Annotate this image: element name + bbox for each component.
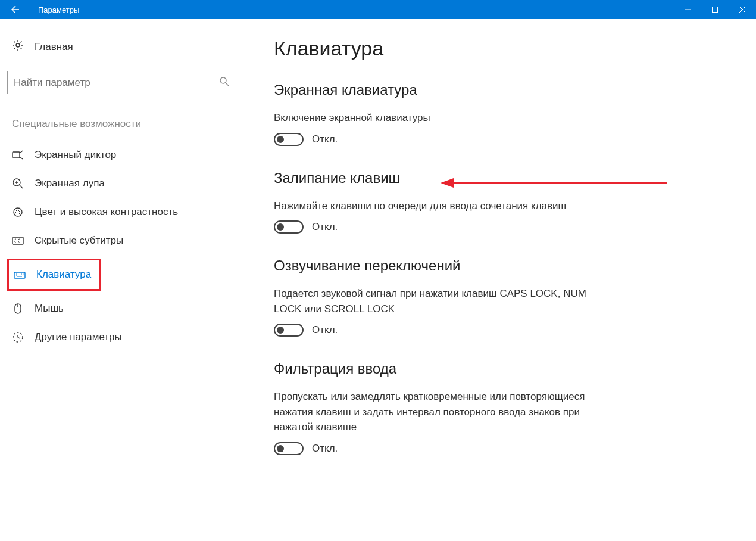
- sidebar-item-captions[interactable]: Скрытые субтитры: [7, 226, 244, 255]
- toggle-state-label: Откл.: [312, 443, 338, 455]
- titlebar: Параметры: [0, 0, 756, 19]
- toggle-filter-keys[interactable]: [274, 442, 304, 455]
- svg-rect-7: [14, 272, 25, 278]
- section-heading: Экранная клавиатура: [274, 82, 756, 98]
- contrast-icon: [12, 206, 24, 218]
- section-heading: Фильтрация ввода: [274, 360, 756, 377]
- sidebar: Главная Специальные возможности Экранный…: [0, 19, 244, 541]
- gear-icon: [12, 39, 24, 54]
- sidebar-item-label: Мышь: [35, 303, 64, 315]
- sidebar-home-label: Главная: [35, 41, 73, 53]
- sidebar-item-label: Цвет и высокая контрастность: [35, 206, 178, 218]
- toggle-onscreen-keyboard[interactable]: [274, 133, 304, 146]
- search-box[interactable]: [7, 71, 236, 94]
- page-title: Клавиатура: [274, 37, 756, 60]
- sidebar-item-narrator[interactable]: Экранный диктор: [7, 141, 244, 169]
- sidebar-item-label: Клавиатура: [36, 269, 91, 281]
- svg-marker-11: [441, 178, 454, 188]
- sidebar-item-keyboard[interactable]: Клавиатура: [9, 260, 99, 289]
- svg-rect-3: [13, 152, 20, 158]
- toggle-state-label: Откл.: [312, 324, 338, 336]
- setting-description: Пропускать или замедлять кратковременные…: [274, 389, 607, 435]
- sidebar-home[interactable]: Главная: [7, 33, 244, 60]
- section-toggle-keys: Озвучивание переключений Подается звуков…: [274, 257, 756, 337]
- main-panel: Клавиатура Экранная клавиатура Включение…: [244, 19, 756, 541]
- section-filter-keys: Фильтрация ввода Пропускать или замедлят…: [274, 360, 756, 455]
- section-sticky-keys: Залипание клавиш Нажимайте клавиши по оч…: [274, 170, 756, 234]
- sidebar-section-label: Специальные возможности: [7, 118, 244, 130]
- section-onscreen-keyboard: Экранная клавиатура Включение экранной к…: [274, 82, 756, 146]
- annotation-highlight-box: Клавиатура: [7, 259, 101, 291]
- window-title: Параметры: [29, 5, 674, 14]
- narrator-icon: [12, 149, 24, 161]
- search-input[interactable]: [14, 77, 219, 89]
- sidebar-item-label: Скрытые субтитры: [35, 235, 123, 247]
- search-icon: [219, 76, 230, 89]
- sidebar-item-label: Другие параметры: [35, 331, 122, 343]
- section-heading: Озвучивание переключений: [274, 257, 756, 274]
- svg-rect-6: [13, 237, 23, 244]
- toggle-toggle-keys[interactable]: [274, 324, 304, 337]
- back-button[interactable]: [0, 0, 29, 19]
- sidebar-item-label: Экранный диктор: [35, 149, 116, 161]
- window-controls: [674, 0, 756, 19]
- sidebar-item-mouse[interactable]: Мышь: [7, 294, 244, 323]
- other-icon: [12, 331, 24, 343]
- captions-icon: [12, 235, 24, 247]
- keyboard-icon: [14, 269, 26, 281]
- setting-description: Включение экранной клавиатуры: [274, 110, 607, 126]
- sidebar-item-other[interactable]: Другие параметры: [7, 323, 244, 352]
- setting-description: Подается звуковой сигнал при нажатии кла…: [274, 286, 607, 316]
- svg-point-2: [220, 77, 226, 83]
- minimize-button[interactable]: [674, 0, 701, 19]
- sidebar-item-label: Экранная лупа: [35, 178, 105, 189]
- mouse-icon: [12, 303, 24, 315]
- sidebar-item-magnifier[interactable]: Экранная лупа: [7, 169, 244, 198]
- maximize-button[interactable]: [701, 0, 729, 19]
- svg-point-1: [16, 43, 20, 47]
- setting-description: Нажимайте клавиши по очереди для ввода с…: [274, 198, 607, 214]
- svg-rect-0: [713, 7, 718, 13]
- close-button[interactable]: [729, 0, 756, 19]
- magnifier-icon: [12, 178, 24, 189]
- toggle-state-label: Откл.: [312, 133, 338, 145]
- toggle-sticky-keys[interactable]: [274, 220, 304, 234]
- toggle-state-label: Откл.: [312, 221, 338, 233]
- annotation-arrow: [441, 176, 667, 192]
- sidebar-item-contrast[interactable]: Цвет и высокая контрастность: [7, 198, 244, 226]
